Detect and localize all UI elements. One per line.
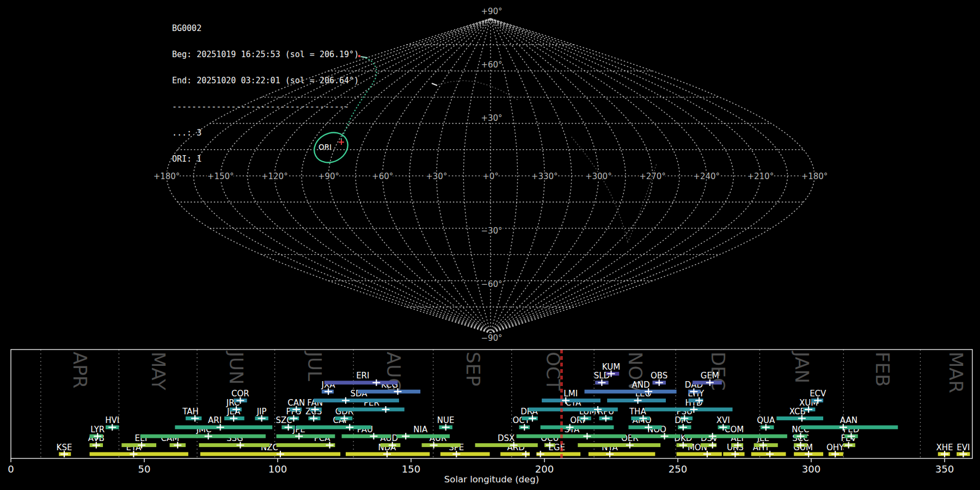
latitude-label: +30° xyxy=(481,113,502,123)
x-tick-label: 100 xyxy=(268,463,287,475)
latitude-label: +90° xyxy=(481,7,502,16)
shower-bar-CTA xyxy=(529,408,618,412)
shower-bar-COM xyxy=(684,434,787,438)
sky-map: +180°+150°+120°+90°+60°+30°+0°+330°+300°… xyxy=(0,0,980,348)
shower-label-QUA: QUA xyxy=(757,415,775,425)
longitude-label: +90° xyxy=(318,171,339,181)
shower-label-COR: COR xyxy=(231,389,249,399)
shower-label-OBS: OBS xyxy=(651,371,667,381)
shower-bar-ERI xyxy=(324,381,398,384)
shower-bar-LMI xyxy=(542,399,601,402)
longitude-label: +150° xyxy=(207,171,234,181)
longitude-label: +180° xyxy=(154,171,180,181)
shower-bar-NOO xyxy=(631,434,681,438)
x-tick-label: 250 xyxy=(669,463,687,475)
longitude-label: +300° xyxy=(585,171,612,181)
shower-label-JIP: JIP xyxy=(256,407,267,416)
shower-bar-AND xyxy=(585,390,677,394)
shower-bar-SDA xyxy=(314,399,399,402)
month-label: APR xyxy=(69,352,91,388)
month-label: JUN xyxy=(225,351,247,384)
shower-bar-JMC xyxy=(140,434,266,438)
meteor-observation-screen: BG0002 Beg: 20251019 16:25:53 (sol = 206… xyxy=(0,0,980,490)
month-label: FEB xyxy=(872,352,893,387)
shower-bar-JPE xyxy=(277,434,335,438)
shower-bar-AAN xyxy=(800,425,898,429)
shower-label-TAH: TAH xyxy=(182,407,199,416)
shower-bar-SPE xyxy=(440,452,490,456)
shower-bar-SSG xyxy=(199,443,270,447)
shower-bar-STA xyxy=(517,434,626,438)
longitude-label: +180° xyxy=(801,171,828,181)
longitude-label: +30° xyxy=(426,171,447,181)
shower-label-AND: AND xyxy=(632,380,650,390)
latitude-label: −90° xyxy=(481,333,502,343)
longitude-label: +210° xyxy=(747,171,774,181)
x-tick-label: 200 xyxy=(535,463,554,475)
x-tick-label: 150 xyxy=(402,463,420,475)
month-label: JUL xyxy=(304,351,326,381)
x-tick-label: 50 xyxy=(138,463,151,475)
month-label: MAR xyxy=(945,352,967,393)
shower-bar-NTA xyxy=(589,452,656,456)
shower-bar-ETA xyxy=(90,452,188,456)
shower-label-CAN: CAN xyxy=(287,398,305,408)
latitude-label: +60° xyxy=(481,60,502,70)
ori-trail-start-dot xyxy=(358,55,360,57)
meteor-trail-faint xyxy=(572,137,628,242)
longitude-label: +120° xyxy=(261,171,288,181)
shower-label-ARI: ARI xyxy=(208,415,222,425)
shower-label-KUM: KUM xyxy=(602,362,620,372)
shower-bar-PAU xyxy=(342,434,391,438)
shower-label-LMI: LMI xyxy=(564,389,578,399)
shower-label-XVI: XVI xyxy=(716,415,730,425)
month-label: SEP xyxy=(462,352,484,387)
shower-label-GEM: GEM xyxy=(701,371,719,381)
shower-bar-ORI xyxy=(541,425,614,429)
x-tick-label: 350 xyxy=(935,463,954,475)
latitude-label: −30° xyxy=(481,226,502,236)
shower-label-EVI: EVI xyxy=(957,443,970,452)
shower-bar-PER xyxy=(338,408,405,412)
longitude-label: +0° xyxy=(482,171,499,181)
shower-bar-AUR xyxy=(422,443,461,447)
shower-label-LYR: LYR xyxy=(90,425,105,434)
shower-bar-CAP xyxy=(296,425,371,429)
shower-bar-OER xyxy=(578,443,660,447)
shower-bar-HYD xyxy=(645,408,733,412)
ori-radiant-label: ORI xyxy=(318,143,332,151)
shower-label-THA: THA xyxy=(629,407,646,416)
month-label: MAY xyxy=(148,352,169,390)
shower-bar-NZC xyxy=(200,452,340,456)
month-label: JAN xyxy=(791,351,813,383)
shower-label-AAN: AAN xyxy=(840,415,857,425)
meteor-segment xyxy=(432,83,437,85)
activity-timeline-chart: Solar longitude (deg) APRMAYJUNJULAUGSEP… xyxy=(0,348,980,490)
shower-label-NUE: NUE xyxy=(437,415,455,425)
x-axis-title: Solar longitude (deg) xyxy=(444,474,539,485)
shower-label-DSX: DSX xyxy=(498,433,514,443)
shower-label-OHY: OHY xyxy=(826,443,844,452)
x-tick-label: 300 xyxy=(802,463,820,475)
shower-label-KSE: KSE xyxy=(57,443,72,452)
shower-label-HVI: HVI xyxy=(105,415,119,425)
shower-bar-KCG xyxy=(358,390,420,394)
latitude-label: −60° xyxy=(481,279,502,289)
longitude-label: +60° xyxy=(372,171,393,181)
shower-bar-MON xyxy=(677,452,722,456)
shower-label-ECV: ECV xyxy=(810,389,826,399)
shower-label-ERI: ERI xyxy=(356,371,369,381)
shower-bar-DSX xyxy=(475,443,538,447)
shower-label-NIA: NIA xyxy=(413,425,428,434)
shower-label-XHE: XHE xyxy=(936,443,953,452)
longitude-label: +330° xyxy=(531,171,558,181)
x-tick-label: 0 xyxy=(8,463,14,475)
ori-trail-start-segment xyxy=(361,57,367,58)
longitude-label: +240° xyxy=(693,171,720,181)
